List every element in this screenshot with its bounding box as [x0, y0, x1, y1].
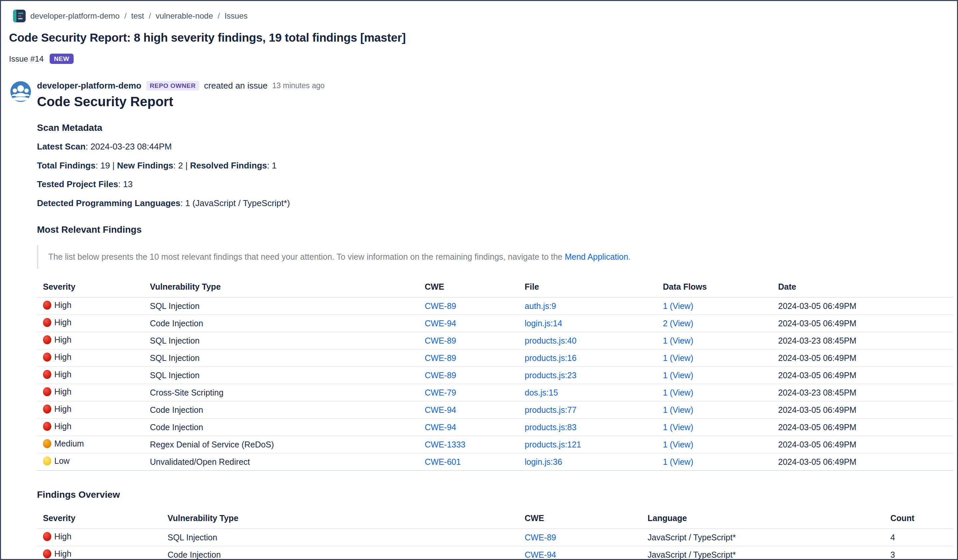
data_flows-link[interactable]: 1 (View) — [663, 388, 693, 397]
metadata-line-languages: Detected Programming Languages: 1 (JavaS… — [37, 198, 930, 209]
data_flows-link[interactable]: 1 (View) — [663, 422, 693, 432]
column-header-severity: Severity — [37, 277, 144, 297]
cell-file[interactable]: login.js:14 — [519, 315, 657, 332]
note-text: The list below presents the 10 most rele… — [48, 252, 565, 261]
metadata-label: New Findings — [117, 160, 173, 171]
mend-application-link[interactable]: Mend Application — [565, 252, 628, 261]
file-link[interactable]: products.js:77 — [525, 405, 577, 414]
data_flows-link[interactable]: 1 (View) — [663, 457, 693, 467]
cell-vulnerability_type: Regex Denial of Service (ReDoS) — [144, 436, 419, 453]
cell-file[interactable]: dos.js:15 — [519, 384, 657, 401]
cwe-link[interactable]: CWE-94 — [425, 319, 456, 328]
cell-cwe[interactable]: CWE-94 — [419, 315, 519, 332]
cell-data_flows[interactable]: 1 (View) — [657, 297, 772, 315]
cell-data_flows[interactable]: 1 (View) — [657, 436, 772, 453]
table-row: MediumRegex Denial of Service (ReDoS)CWE… — [37, 436, 953, 453]
severity-high-icon — [43, 405, 51, 413]
column-header-data_flows: Data Flows — [657, 277, 772, 297]
cwe-link[interactable]: CWE-94 — [425, 422, 456, 432]
cell-data_flows[interactable]: 1 (View) — [657, 367, 772, 384]
cell-cwe[interactable]: CWE-89 — [419, 367, 519, 384]
cell-data_flows[interactable]: 1 (View) — [657, 384, 772, 401]
cell-cwe[interactable]: CWE-79 — [419, 384, 519, 401]
data_flows-link[interactable]: 1 (View) — [663, 301, 693, 311]
cwe-link[interactable]: CWE-94 — [425, 405, 456, 414]
repo-owner-badge: REPO OWNER — [146, 81, 200, 90]
cell-cwe[interactable]: CWE-89 — [419, 349, 519, 367]
cell-file[interactable]: products.js:16 — [519, 349, 657, 367]
column-header-cwe: CWE — [519, 509, 642, 529]
cell-data_flows[interactable]: 1 (View) — [657, 401, 772, 419]
repository-avatar-icon[interactable] — [13, 9, 25, 22]
data_flows-link[interactable]: 1 (View) — [663, 370, 693, 380]
file-link[interactable]: products.js:23 — [525, 370, 577, 380]
column-header-vulnerability_type: Vulnerability Type — [162, 509, 519, 529]
column-header-severity: Severity — [37, 509, 162, 529]
cell-file[interactable]: auth.js:9 — [519, 297, 657, 315]
cell-date: 2024-03-05 06:49PM — [772, 315, 953, 332]
cwe-link[interactable]: CWE-89 — [425, 336, 456, 345]
cell-file[interactable]: products.js:83 — [519, 419, 657, 436]
cwe-link[interactable]: CWE-79 — [425, 388, 456, 397]
data_flows-link[interactable]: 1 (View) — [663, 405, 693, 414]
severity-low-icon — [43, 456, 51, 465]
cell-cwe[interactable]: CWE-1333 — [419, 436, 519, 453]
cell-cwe[interactable]: CWE-89 — [419, 332, 519, 349]
cell-file[interactable]: products.js:23 — [519, 367, 657, 384]
breadcrumb-separator: / — [149, 11, 151, 21]
file-link[interactable]: products.js:16 — [525, 353, 577, 362]
cwe-link[interactable]: CWE-94 — [525, 550, 556, 559]
cell-file[interactable]: products.js:40 — [519, 332, 657, 349]
cell-cwe[interactable]: CWE-601 — [419, 453, 519, 470]
cell-language: JavaScript / TypeScript* — [642, 529, 884, 546]
cell-data_flows[interactable]: 1 (View) — [657, 332, 772, 349]
cell-cwe[interactable]: CWE-94 — [519, 546, 642, 560]
cell-vulnerability_type: SQL Injection — [162, 529, 519, 546]
cell-data_flows[interactable]: 1 (View) — [657, 419, 772, 436]
severity-medium-icon — [43, 439, 51, 448]
cell-file[interactable]: login.js:36 — [519, 453, 657, 470]
breadcrumb-item-project[interactable]: test — [131, 11, 144, 21]
file-link[interactable]: login.js:14 — [525, 319, 562, 328]
cell-severity: High — [37, 384, 144, 401]
file-link[interactable]: auth.js:9 — [525, 301, 556, 311]
data_flows-link[interactable]: 1 (View) — [663, 440, 693, 449]
table-row: HighSQL InjectionCWE-89products.js:401 (… — [37, 332, 953, 349]
table-row: HighCode InjectionCWE-94login.js:142 (Vi… — [37, 315, 953, 332]
most-relevant-findings-heading: Most Relevant Findings — [37, 225, 930, 235]
cwe-link[interactable]: CWE-601 — [425, 457, 461, 467]
cell-data_flows[interactable]: 1 (View) — [657, 349, 772, 367]
cwe-link[interactable]: CWE-89 — [525, 533, 556, 542]
cell-date: 2024-03-23 08:45PM — [772, 332, 953, 349]
breadcrumb-item-issues[interactable]: Issues — [225, 11, 247, 21]
file-link[interactable]: login.js:36 — [525, 457, 562, 467]
file-link[interactable]: products.js:83 — [525, 422, 577, 432]
cell-cwe[interactable]: CWE-89 — [519, 529, 642, 546]
data_flows-link[interactable]: 1 (View) — [663, 336, 693, 345]
cell-vulnerability_type: Code Injection — [144, 315, 419, 332]
cell-file[interactable]: products.js:77 — [519, 401, 657, 419]
breadcrumb-item-repository[interactable]: vulnerable-node — [155, 11, 213, 21]
author-name[interactable]: developer-platform-demo — [37, 81, 141, 91]
cell-cwe[interactable]: CWE-94 — [419, 401, 519, 419]
file-link[interactable]: dos.js:15 — [525, 388, 558, 397]
cwe-link[interactable]: CWE-89 — [425, 353, 456, 362]
cell-data_flows[interactable]: 2 (View) — [657, 315, 772, 332]
severity-high-icon — [43, 370, 51, 379]
cwe-link[interactable]: CWE-89 — [425, 301, 456, 311]
file-link[interactable]: products.js:40 — [525, 336, 577, 345]
cell-data_flows[interactable]: 1 (View) — [657, 453, 772, 470]
metadata-label: Tested Project Files — [37, 179, 118, 189]
cwe-link[interactable]: CWE-89 — [425, 370, 456, 380]
cell-vulnerability_type: Cross-Site Scripting — [144, 384, 419, 401]
scan-metadata-heading: Scan Metadata — [37, 122, 930, 133]
data_flows-link[interactable]: 1 (View) — [663, 353, 693, 362]
cwe-link[interactable]: CWE-1333 — [425, 440, 465, 449]
breadcrumb-item-repo[interactable]: developer-platform-demo — [30, 11, 120, 21]
file-link[interactable]: products.js:121 — [525, 440, 581, 449]
cell-cwe[interactable]: CWE-89 — [419, 297, 519, 315]
cell-cwe[interactable]: CWE-94 — [419, 419, 519, 436]
table-row: HighCode InjectionCWE-94products.js:831 … — [37, 419, 953, 436]
cell-file[interactable]: products.js:121 — [519, 436, 657, 453]
data_flows-link[interactable]: 2 (View) — [663, 319, 693, 328]
